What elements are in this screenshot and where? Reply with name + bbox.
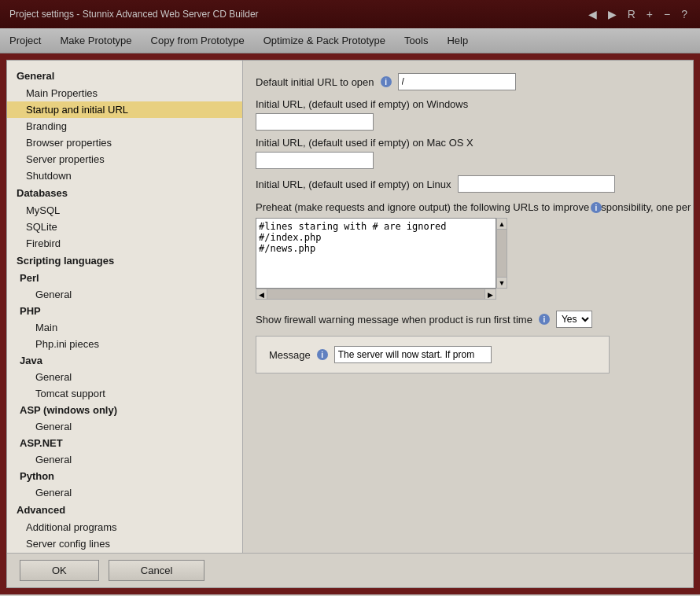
preheat-info-icon[interactable]: i	[591, 202, 602, 213]
default-url-input[interactable]	[398, 73, 516, 90]
firewall-info-icon[interactable]: i	[539, 314, 550, 325]
main-panel: Default initial URL to open i Initial UR…	[243, 61, 693, 553]
sidebar-item-php-main[interactable]: Main	[7, 319, 242, 336]
vscroll-down[interactable]: ▼	[497, 277, 507, 288]
sidebar-item-additional-programs[interactable]: Additional programs	[7, 519, 242, 535]
menu-optimize-pack-prototype[interactable]: Optimize & Pack Prototype	[254, 28, 395, 53]
app-title: Project settings - Stunnix Advanced Web …	[9, 9, 259, 20]
sidebar-item-startup-url[interactable]: Startup and initial URL	[7, 101, 242, 118]
content-area: General Main Properties Startup and init…	[7, 61, 693, 553]
sidebar-item-php-ini-pieces[interactable]: Php.ini pieces	[7, 336, 242, 352]
ok-button[interactable]: OK	[20, 560, 99, 581]
menu-tools[interactable]: Tools	[395, 28, 437, 53]
message-input[interactable]	[334, 346, 492, 363]
linux-url-input[interactable]	[458, 175, 615, 193]
section-advanced: Advanced	[7, 501, 242, 519]
sidebar-item-java-general[interactable]: General	[7, 369, 242, 385]
mac-url-input[interactable]	[256, 152, 374, 169]
sidebar-item-server-properties[interactable]: Server properties	[7, 151, 242, 167]
preheat-vscrollbar[interactable]: ▲ ▼	[496, 218, 507, 289]
sidebar-item-aspnet-general[interactable]: General	[7, 451, 242, 468]
default-url-label: Default initial URL to open	[256, 76, 374, 88]
main-area: General Main Properties Startup and init…	[6, 60, 694, 588]
sidebar-item-tomcat-support[interactable]: Tomcat support	[7, 385, 242, 402]
bottom-bar: OK Cancel	[7, 553, 693, 587]
firewall-select[interactable]: Yes No	[556, 311, 592, 328]
menu-help[interactable]: Help	[437, 28, 477, 53]
back-btn[interactable]: ◀	[585, 8, 600, 20]
sidebar-item-asp-general[interactable]: General	[7, 418, 242, 435]
message-info-icon[interactable]: i	[317, 349, 328, 360]
section-general: General	[7, 67, 242, 85]
sidebar-item-firebird[interactable]: Firebird	[7, 235, 242, 252]
linux-url-section: Initial URL, (default used if empty) on …	[256, 175, 680, 193]
sidebar-item-python-general[interactable]: General	[7, 484, 242, 501]
menu-copy-from-prototype[interactable]: Copy from Prototype	[142, 28, 254, 53]
default-url-row: Default initial URL to open i	[256, 73, 680, 90]
menu-project[interactable]: Project	[0, 28, 50, 53]
hscroll-right[interactable]: ▶	[484, 289, 496, 299]
preheat-container: #lines staring with # are ignored #/inde…	[256, 218, 507, 300]
windows-url-section: Initial URL, (default used if empty) on …	[256, 98, 680, 131]
cancel-button[interactable]: Cancel	[109, 560, 204, 581]
sidebar-item-main-properties[interactable]: Main Properties	[7, 85, 242, 101]
section-databases: Databases	[7, 184, 242, 202]
vscroll-track	[497, 230, 507, 277]
sidebar-item-python[interactable]: Python	[7, 468, 242, 484]
title-bar: Project settings - Stunnix Advanced Web …	[0, 0, 700, 28]
linux-url-label: Initial URL, (default used if empty) on …	[256, 178, 451, 190]
minimize-btn[interactable]: −	[661, 8, 673, 20]
preheat-textarea[interactable]: #lines staring with # are ignored #/inde…	[256, 218, 496, 289]
help-btn[interactable]: ?	[678, 8, 691, 20]
windows-url-input[interactable]	[256, 113, 374, 131]
sidebar-item-perl-general[interactable]: General	[7, 286, 242, 303]
sidebar-item-php[interactable]: PHP	[7, 303, 242, 319]
message-box: Message i	[256, 336, 610, 373]
refresh-btn[interactable]: R	[624, 8, 639, 20]
sidebar: General Main Properties Startup and init…	[7, 61, 243, 553]
preheat-hscrollbar[interactable]: ◀ ▶	[256, 289, 496, 300]
sidebar-item-server-config-lines[interactable]: Server config lines	[7, 535, 242, 552]
linux-url-row: Initial URL, (default used if empty) on …	[256, 175, 680, 193]
default-url-info-icon[interactable]: i	[381, 76, 392, 87]
hscroll-track	[267, 289, 484, 299]
mac-url-label: Initial URL, (default used if empty) on …	[256, 137, 473, 149]
firewall-row: Show firewall warning message when produ…	[256, 311, 680, 328]
sidebar-item-asp-windows[interactable]: ASP (windows only)	[7, 402, 242, 418]
hscroll-left[interactable]: ◀	[256, 289, 267, 299]
menu-make-prototype[interactable]: Make Prototype	[50, 28, 141, 53]
window-controls: ◀ ▶ R + − ?	[585, 8, 691, 20]
sidebar-item-browser-properties[interactable]: Browser properties	[7, 134, 242, 151]
section-scripting: Scripting languages	[7, 252, 242, 270]
message-label: Message	[269, 349, 311, 361]
firewall-label: Show firewall warning message when produ…	[256, 314, 532, 326]
sidebar-item-java[interactable]: Java	[7, 352, 242, 369]
sidebar-item-branding[interactable]: Branding	[7, 118, 242, 134]
sidebar-item-mysql[interactable]: MySQL	[7, 202, 242, 219]
sidebar-item-sqlite[interactable]: SQLite	[7, 219, 242, 235]
menu-bar: Project Make Prototype Copy from Prototy…	[0, 28, 700, 53]
forward-btn[interactable]: ▶	[605, 8, 620, 20]
sidebar-item-perl[interactable]: Perl	[7, 270, 242, 286]
windows-url-label: Initial URL, (default used if empty) on …	[256, 98, 468, 110]
add-btn[interactable]: +	[643, 8, 656, 20]
preheat-label: Preheat (make requests and ignore output…	[256, 201, 586, 215]
sidebar-item-aspnet[interactable]: ASP.NET	[7, 435, 242, 451]
sidebar-item-shutdown[interactable]: Shutdown	[7, 167, 242, 184]
vscroll-up[interactable]: ▲	[497, 219, 507, 230]
mac-url-section: Initial URL, (default used if empty) on …	[256, 137, 680, 169]
preheat-section: Preheat (make requests and ignore output…	[256, 201, 680, 215]
